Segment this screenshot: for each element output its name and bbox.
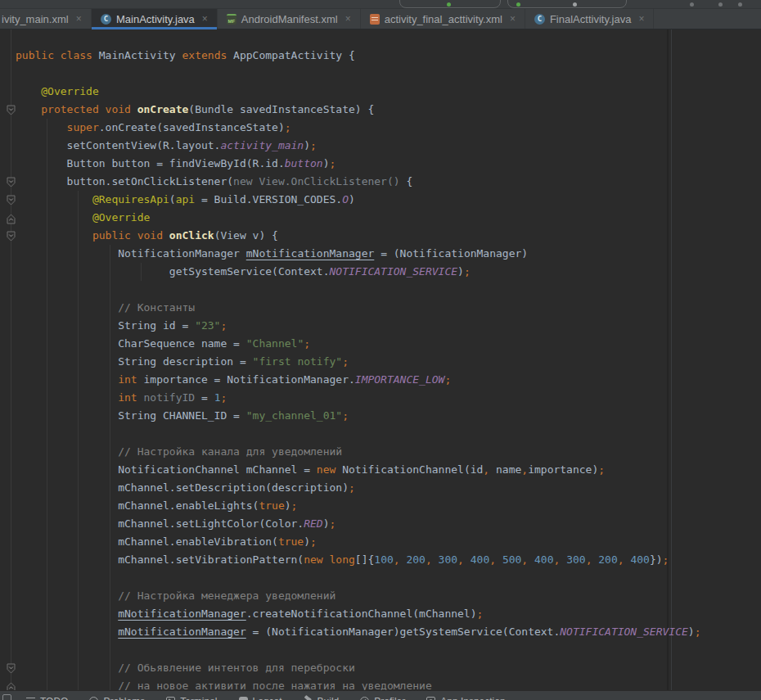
problems-icon: [89, 697, 98, 700]
code-line[interactable]: mNotificationManager.createNotificationC…: [0, 605, 761, 623]
code-line[interactable]: protected void onCreate(Bundle savedInst…: [0, 101, 761, 119]
tab-mainactivity-java[interactable]: CMainActivity.java×: [92, 9, 218, 29]
code-line[interactable]: // Константы: [0, 299, 761, 317]
code-line[interactable]: super.onCreate(savedInstanceState);: [0, 119, 761, 137]
fold-marker-down[interactable]: [7, 104, 16, 120]
fold-marker-up[interactable]: [7, 212, 16, 228]
code-token: 100: [374, 553, 393, 566]
code-line[interactable]: mChannel.setVibrationPattern(new long[]{…: [0, 551, 761, 569]
code-token: ,: [554, 553, 567, 566]
code-token: "Channel": [246, 337, 304, 350]
code-line[interactable]: mChannel.enableLights(true);: [0, 497, 761, 515]
code-token: ;: [598, 463, 605, 476]
code-token: 400: [471, 553, 489, 566]
manifest-icon: MF: [227, 14, 236, 25]
fold-marker-down[interactable]: [7, 194, 16, 210]
logcat-icon: [239, 697, 248, 700]
tool-window-stripe-icon[interactable]: [2, 694, 11, 700]
tool-window-button-app-inspection[interactable]: App Inspection: [426, 696, 505, 700]
code-token: ): [323, 517, 330, 530]
tab-ivity-main-xml[interactable]: ivity_main.xml×: [0, 9, 92, 29]
tool-window-button-profiler[interactable]: Profiler: [360, 696, 405, 700]
code-line[interactable]: mChannel.setDescription(description);: [0, 479, 761, 497]
code-line[interactable]: String CHANNEL_ID = "my_channel_01";: [0, 407, 761, 425]
code-line[interactable]: int importance = NotificationManager.IMP…: [0, 371, 761, 389]
tab-finalacttivity-java[interactable]: CFinalActtivity.java×: [525, 9, 654, 29]
code-line[interactable]: [0, 425, 761, 443]
fold-marker-down[interactable]: [7, 662, 16, 678]
close-icon[interactable]: ×: [202, 13, 208, 25]
code-line[interactable]: NotificationChannel mChannel = new Notif…: [0, 461, 761, 479]
close-icon[interactable]: ×: [76, 13, 82, 25]
fold-marker-down[interactable]: [7, 230, 16, 246]
code-token: mChannel.setVibrationPattern(: [118, 553, 304, 566]
code-line[interactable]: Button button = findViewById(R.id.button…: [0, 155, 761, 173]
code-token: @Override: [92, 211, 150, 224]
code-line[interactable]: // на новое активити после нажатия на ув…: [0, 677, 761, 690]
code-line[interactable]: int notifyID = 1;: [0, 389, 761, 407]
code-line[interactable]: [0, 65, 761, 83]
close-icon[interactable]: ×: [510, 13, 516, 25]
build-icon: [304, 697, 313, 700]
code-line[interactable]: mNotificationManager = (NotificationMana…: [0, 623, 761, 641]
code-token: notifyID: [137, 391, 195, 404]
code-line[interactable]: public class MainActivity extends AppCom…: [0, 47, 761, 65]
code-editor[interactable]: public class MainActivity extends AppCom…: [0, 29, 761, 690]
tab-androidmanifest-xml[interactable]: MFAndroidManifest.xml×: [218, 9, 361, 29]
code-line[interactable]: button.setOnClickListener(new View.OnCli…: [0, 173, 761, 191]
tool-window-button-logcat[interactable]: Logcat: [239, 696, 282, 700]
code-token: ,: [521, 553, 534, 566]
tool-window-button-problems[interactable]: Problems: [89, 696, 145, 700]
code-token: @RequiresApi: [92, 193, 169, 205]
code-token: new: [304, 553, 322, 566]
code-line[interactable]: public void onClick(View v) {: [0, 227, 761, 245]
code-line[interactable]: String id = "23";: [0, 317, 761, 335]
toolbar-widget-group[interactable]: [507, 0, 627, 8]
code-token: onClick: [169, 229, 214, 242]
code-line[interactable]: setContentView(R.layout.activity_main);: [0, 137, 761, 155]
code-line[interactable]: mChannel.setLightColor(Color.RED);: [0, 515, 761, 533]
fold-marker-down[interactable]: [7, 176, 16, 192]
code-token: String id =: [118, 319, 195, 332]
code-line[interactable]: @Override: [0, 83, 761, 101]
code-token: ;: [695, 625, 701, 638]
code-line[interactable]: // Настройка менеджера уведомлений: [0, 587, 761, 605]
code-line[interactable]: // Обьявление интентов для переброски: [0, 659, 761, 677]
code-token: onCreate: [137, 103, 189, 115]
code-token: ): [285, 499, 291, 512]
code-token: 500: [502, 553, 521, 566]
tool-window-button-terminal[interactable]: Terminal: [166, 696, 217, 700]
code-token: CharSequence name =: [118, 337, 246, 350]
code-line[interactable]: @RequiresApi(api = Build.VERSION_CODES.O…: [0, 191, 761, 209]
code-token: mChannel.setLightColor(Color.: [118, 517, 304, 530]
code-line[interactable]: CharSequence name = "Channel";: [0, 335, 761, 353]
code-text[interactable]: public class MainActivity extends AppCom…: [0, 29, 761, 690]
tool-window-button-label: Problems: [103, 696, 145, 700]
code-token: IMPORTANCE_LOW: [355, 373, 445, 386]
close-icon[interactable]: ×: [345, 13, 351, 25]
code-line[interactable]: // Настройка канала для уведомлений: [0, 443, 761, 461]
code-token: O: [342, 193, 349, 205]
code-token: 300: [566, 553, 585, 566]
code-line[interactable]: String description = "first notify";: [0, 353, 761, 371]
tool-window-button-build[interactable]: Build: [304, 696, 340, 700]
code-token: .createNotificationChannel(mChannel): [246, 607, 477, 620]
tab-label: activity_final_acttivity.xml: [385, 13, 502, 25]
code-token: ,: [618, 553, 631, 566]
tab-activity-final-acttivity-xml[interactable]: activity_final_acttivity.xml×: [361, 9, 525, 29]
code-token: Button button = findViewById(R.id.: [67, 157, 285, 169]
code-line[interactable]: [0, 281, 761, 299]
code-token: // Настройка менеджера уведомлений: [118, 589, 335, 602]
code-line[interactable]: [0, 569, 761, 587]
tool-window-button-todo[interactable]: TODO: [26, 696, 68, 700]
code-line[interactable]: @Override: [0, 209, 761, 227]
code-line[interactable]: getSystemService(Context.NOTIFICATION_SE…: [0, 263, 761, 281]
code-token: mNotificationManager: [118, 625, 246, 638]
fold-marker-up[interactable]: [7, 680, 16, 690]
code-token: ): [349, 193, 355, 205]
code-token: mNotificationManager: [118, 607, 246, 620]
code-line[interactable]: [0, 641, 761, 659]
code-line[interactable]: NotificationManager mNotificationManager…: [0, 245, 761, 263]
code-line[interactable]: mChannel.enableVibration(true);: [0, 533, 761, 551]
close-icon[interactable]: ×: [638, 13, 644, 25]
